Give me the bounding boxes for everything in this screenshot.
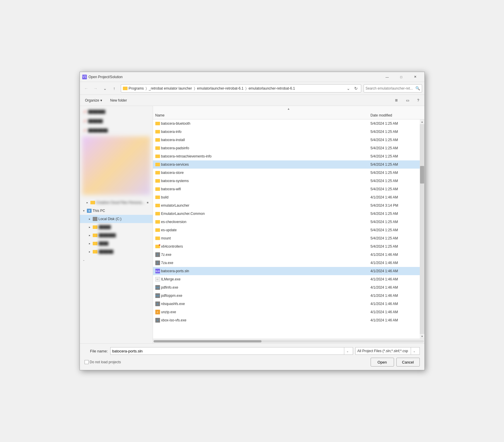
- sidebar-item-creative-cloud[interactable]: ► Creative Cloud Files Personal Accou...…: [80, 198, 153, 207]
- col-name-header[interactable]: Name: [155, 113, 371, 117]
- table-row[interactable]: batocera-install 5/4/2024 1:25 AM: [153, 136, 420, 144]
- cancel-button[interactable]: Cancel: [396, 358, 420, 366]
- filetype-dropdown-button[interactable]: ⌄: [411, 347, 418, 355]
- file-date: 5/4/2024 1:25 AM: [371, 244, 417, 249]
- refresh-button[interactable]: ↻: [353, 85, 359, 92]
- file-name: batocera-wifi: [161, 187, 369, 191]
- h-scrollbar-track[interactable]: [154, 340, 424, 342]
- scrollbar-thumb[interactable]: [420, 166, 424, 184]
- address-dropdown-button[interactable]: ⌄: [345, 85, 352, 92]
- dialog-title: Open Project/Solution: [89, 75, 381, 79]
- chevron-right-icon: ►: [88, 225, 92, 229]
- table-row[interactable]: ✕ x64controllers 5/4/2024 1:25 AM: [153, 242, 420, 251]
- table-row[interactable]: batocera-wifi 5/4/2024 1:25 AM: [153, 185, 420, 193]
- table-row[interactable]: emulatorLauncher 5/4/2024 3:14 PM: [153, 201, 420, 210]
- search-bar[interactable]: 🔍: [364, 84, 422, 92]
- file-pane: ▲ Name Date modified batocera-bluetooth …: [153, 106, 424, 343]
- scroll-down-button[interactable]: ▼: [420, 334, 424, 339]
- pane-button[interactable]: ▭: [403, 97, 412, 104]
- file-name: pdfinfo.exe: [161, 285, 369, 289]
- do-not-load-checkbox[interactable]: [85, 360, 89, 364]
- unzip-icon: Z: [155, 310, 160, 314]
- sidebar-item-this-pc[interactable]: ▼ 🖥 This PC: [80, 207, 153, 215]
- do-not-load-option[interactable]: Do not load projects: [85, 360, 121, 364]
- folder-icon: [93, 233, 97, 238]
- organize-button[interactable]: Organize ▾: [82, 97, 105, 104]
- table-row[interactable]: batocera-retroachievements-info 5/4/2024…: [153, 152, 420, 160]
- h-scrollbar-thumb[interactable]: [154, 340, 262, 342]
- sidebar-item-blurred-b2[interactable]: ► ███████: [80, 231, 153, 239]
- table-row[interactable]: 7 7z.exe 4/1/2024 1:46 AM: [153, 251, 420, 259]
- sidebar-item-blurred-top3[interactable]: 📌 ████████: [80, 126, 153, 135]
- table-row[interactable]: R rdsquashfs.exe 4/1/2024 1:46 AM: [153, 300, 420, 308]
- help-button[interactable]: ?: [414, 97, 422, 104]
- folder-icon: [155, 237, 160, 240]
- table-row[interactable]: Z unzip.exe 4/1/2024 1:46 AM: [153, 308, 420, 316]
- filename-dropdown-button[interactable]: ⌄: [344, 347, 351, 355]
- file-list[interactable]: batocera-bluetooth 5/4/2024 1:25 AM bato…: [153, 119, 420, 339]
- file-date: 4/1/2024 1:46 AM: [371, 269, 417, 273]
- table-row[interactable]: batocera-systems 5/4/2024 1:25 AM: [153, 177, 420, 185]
- nav-toolbar: ← → ⌄ ↑ Programs 〉 _retrobat emulator la…: [80, 82, 424, 95]
- sidebar-item-blurred-top1[interactable]: 📌 ███████: [80, 107, 153, 117]
- table-row[interactable]: batocera-padsinfo 5/4/2024 1:25 AM: [153, 144, 420, 152]
- table-row[interactable]: batocera-store 5/4/2024 1:25 AM: [153, 169, 420, 177]
- sidebar-blurred-label: ██████: [99, 250, 150, 254]
- folder-icon: [93, 249, 97, 254]
- chevron-down-icon: ⌄: [82, 258, 86, 262]
- main-content: 📌 ███████ 📌 ██████ 📌 ████████ ► Creative…: [80, 106, 424, 343]
- table-row[interactable]: build 4/1/2024 1:46 AM: [153, 193, 420, 201]
- chevron-right-icon: ►: [88, 242, 92, 245]
- forward-button[interactable]: →: [92, 84, 100, 92]
- scroll-up-arrow[interactable]: ▲: [153, 106, 424, 111]
- sidebar-expand-section[interactable]: ⌄: [80, 256, 153, 264]
- file-date: 4/1/2024 1:46 AM: [371, 253, 417, 257]
- pin-icon: ■: [147, 201, 150, 204]
- chevron-right-icon: ►: [88, 234, 92, 237]
- sidebar-item-blurred-b3[interactable]: ► ████: [80, 239, 153, 248]
- scroll-up-button[interactable]: ▲: [420, 119, 424, 124]
- table-row[interactable]: es-update 5/4/2024 1:25 AM: [153, 226, 420, 234]
- table-row[interactable]: batocera-bluetooth 5/4/2024 1:25 AM: [153, 119, 420, 128]
- new-folder-button[interactable]: New folder: [107, 97, 130, 104]
- table-row[interactable]: 7 7za.exe 4/1/2024 1:46 AM: [153, 259, 420, 267]
- table-row[interactable]: EmulatorLauncher.Common 5/4/2024 1:25 AM: [153, 210, 420, 218]
- recent-locations-button[interactable]: ⌄: [101, 84, 109, 92]
- col-date-header[interactable]: Date modified: [371, 113, 417, 117]
- table-row[interactable]: batocera-services 5/4/2024 1:25 AM: [153, 160, 420, 169]
- sidebar-item-blurred-b4[interactable]: ► ██████: [80, 248, 153, 256]
- file-date: 5/4/2024 1:25 AM: [371, 121, 417, 126]
- table-row[interactable]: PDF pdftoppm.exe 4/1/2024 1:46 AM: [153, 292, 420, 300]
- table-row[interactable]: SLN batocera-ports.sln 4/1/2024 1:46 AM: [153, 267, 420, 275]
- sidebar-item-blurred-b1[interactable]: ► █████: [80, 223, 153, 231]
- folder-icon: [155, 204, 160, 207]
- up-button[interactable]: ↑: [110, 84, 118, 92]
- filename-input-wrap[interactable]: ⌄: [110, 347, 353, 355]
- maximize-button[interactable]: □: [395, 73, 408, 81]
- folder-icon: [90, 200, 95, 205]
- search-input[interactable]: [366, 86, 414, 90]
- sidebar-item-local-disk[interactable]: ► Local Disk (C:): [80, 215, 153, 223]
- horizontal-scrollbar[interactable]: [153, 339, 424, 343]
- table-row[interactable]: mount 5/4/2024 1:25 AM: [153, 234, 420, 242]
- filename-input[interactable]: [112, 349, 344, 353]
- folder-icon: [155, 163, 160, 166]
- file-date: 4/1/2024 1:46 AM: [371, 195, 417, 199]
- close-button[interactable]: ✕: [409, 73, 422, 81]
- back-button[interactable]: ←: [82, 84, 90, 92]
- table-row[interactable]: ▭ ILMerge.exe 4/1/2024 1:46 AM: [153, 275, 420, 283]
- vertical-scrollbar[interactable]: ▲ ▼: [420, 119, 424, 339]
- sidebar-item-blurred-top2[interactable]: 📌 ██████: [80, 117, 153, 126]
- open-button[interactable]: Open: [371, 358, 394, 366]
- address-bar[interactable]: Programs 〉 _retrobat emulator launcher 〉…: [121, 84, 361, 92]
- file-date: 5/4/2024 1:25 AM: [371, 228, 417, 232]
- scrollbar-track[interactable]: [420, 124, 424, 334]
- filetype-text: All Project Files (*.sln;*.slnf;*.csp: [357, 349, 411, 353]
- table-row[interactable]: X xbox-iso-vfs.exe 4/1/2024 1:46 AM: [153, 316, 420, 324]
- table-row[interactable]: PDF pdfinfo.exe 4/1/2024 1:46 AM: [153, 283, 420, 292]
- table-row[interactable]: es-checkversion 5/4/2024 1:25 AM: [153, 218, 420, 226]
- filetype-wrap[interactable]: All Project Files (*.sln;*.slnf;*.csp ⌄: [355, 347, 420, 355]
- table-row[interactable]: batocera-info 5/4/2024 1:25 AM: [153, 128, 420, 136]
- view-button[interactable]: ≡: [392, 97, 400, 104]
- minimize-button[interactable]: —: [381, 73, 394, 81]
